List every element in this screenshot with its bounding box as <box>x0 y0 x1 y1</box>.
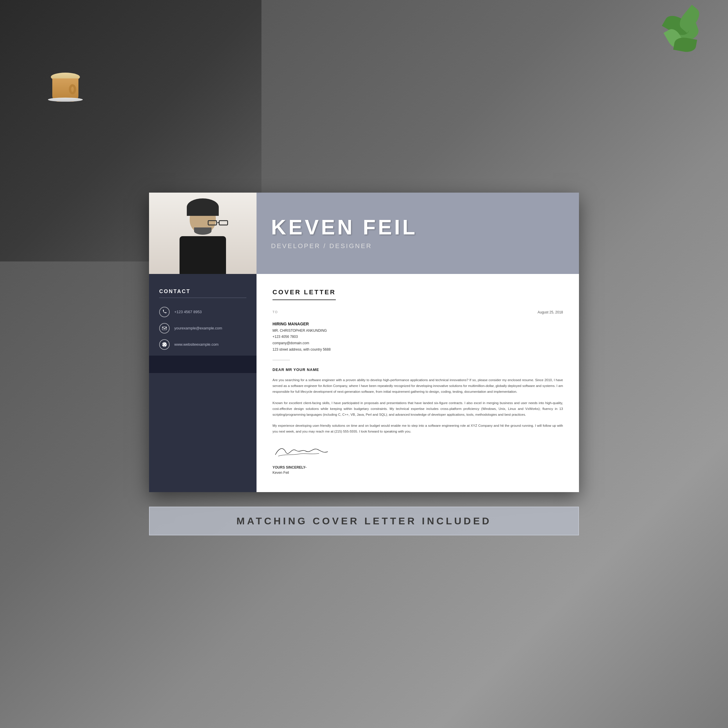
recipient-phone: +123 4056 7803 <box>272 334 563 340</box>
email-text: yourexample@example.com <box>174 326 222 330</box>
contact-section-title: CONTACT <box>159 289 246 298</box>
yours-sincerely: YOURS SINCERELY- <box>272 465 563 470</box>
person-glasses <box>208 220 230 226</box>
photo-section <box>149 193 257 274</box>
person-name: KEVEN FEIL <box>271 217 564 238</box>
document-sidebar: CONTACT +123 4567 8953 yo <box>149 274 257 492</box>
salutation: DEAR MR YOUR NAME <box>272 367 563 372</box>
signature-svg <box>272 443 330 460</box>
bottom-banner: MATCHING COVER LETTER INCLUDED <box>149 507 579 535</box>
glass-left <box>208 220 217 225</box>
website-icon <box>159 339 170 350</box>
resume-document: KEVEN FEIL DEVELOPER / DESIGNER CONTACT … <box>149 193 579 492</box>
sidebar-dark-bar <box>149 356 257 373</box>
letter-divider <box>272 360 290 360</box>
letter-paragraph-2: Known for excellent client-facing skills… <box>272 400 563 418</box>
recipient-name: MR. CHRISTOPHER ANKUNDING <box>272 328 563 334</box>
document-wrapper: KEVEN FEIL DEVELOPER / DESIGNER CONTACT … <box>149 193 579 535</box>
letter-paragraph-1: Are you searching for a software enginee… <box>272 377 563 395</box>
letter-to-label: TO <box>272 310 278 314</box>
document-main-content: COVER LETTER TO August 25, 2018 HIRING M… <box>257 274 579 492</box>
phone-text: +123 4567 8953 <box>174 310 202 314</box>
plant-decoration <box>647 9 705 67</box>
signer-name: Keven Feil <box>272 471 563 475</box>
recipient-address: 123 street address, with country 5688 <box>272 347 563 353</box>
person-silhouette <box>174 199 232 274</box>
coffee-cup-decoration <box>46 64 84 102</box>
signature-area: YOURS SINCERELY- Keven Feil <box>272 443 563 475</box>
glass-right <box>219 220 228 225</box>
document-header: KEVEN FEIL DEVELOPER / DESIGNER <box>149 193 579 274</box>
document-body: CONTACT +123 4567 8953 yo <box>149 274 579 492</box>
person-head <box>190 204 216 233</box>
cover-letter-title: COVER LETTER <box>272 289 336 300</box>
recipient-title: HIRING MANAGER <box>272 321 563 326</box>
banner-text: MATCHING COVER LETTER INCLUDED <box>237 515 491 527</box>
letter-date: August 25, 2018 <box>538 310 563 314</box>
letter-meta: TO August 25, 2018 <box>272 310 563 314</box>
phone-icon <box>159 307 170 317</box>
email-icon <box>159 323 170 333</box>
website-text: www.websiteexample.com <box>174 342 219 347</box>
letter-paragraph-3: My experience developing user-friendly s… <box>272 423 563 434</box>
website-contact-item: www.websiteexample.com <box>159 339 246 350</box>
person-beard <box>194 228 211 235</box>
person-body <box>179 236 226 274</box>
recipient-email: company@domain.com <box>272 340 563 347</box>
person-title: DEVELOPER / DESIGNER <box>271 242 564 250</box>
photo-placeholder <box>149 193 257 274</box>
name-section: KEVEN FEIL DEVELOPER / DESIGNER <box>257 193 579 274</box>
recipient-block: HIRING MANAGER MR. CHRISTOPHER ANKUNDING… <box>272 321 563 353</box>
email-contact-item: yourexample@example.com <box>159 323 246 333</box>
phone-contact-item: +123 4567 8953 <box>159 307 246 317</box>
